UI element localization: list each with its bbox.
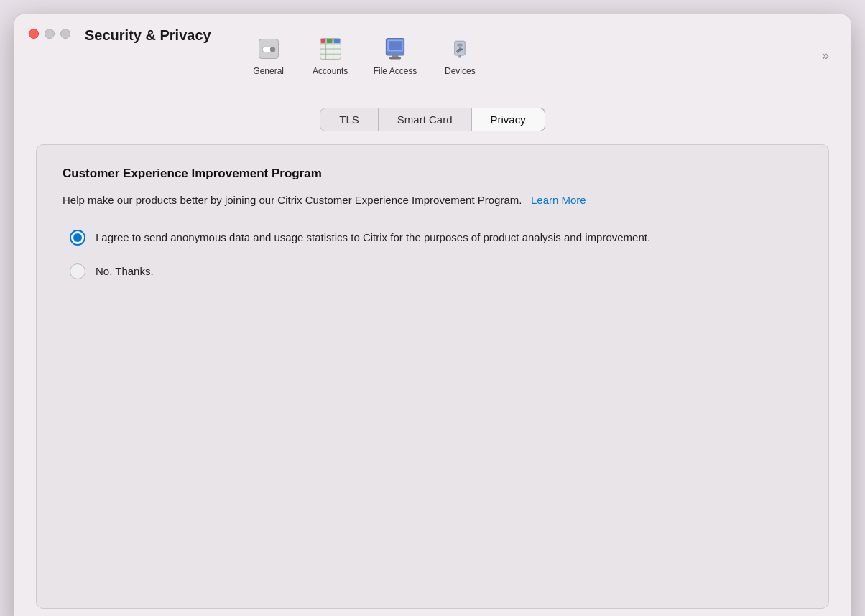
svg-rect-15 <box>392 55 399 57</box>
svg-point-2 <box>269 47 274 52</box>
toolbar-accounts-label: Accounts <box>313 66 348 76</box>
toolbar-expand-icon[interactable]: » <box>815 48 836 63</box>
toolbar-general-label: General <box>253 66 284 76</box>
panel-title: Customer Experience Improvement Program <box>63 167 802 181</box>
svg-rect-10 <box>326 39 332 42</box>
toolbar: General <box>240 30 815 82</box>
learn-more-link[interactable]: Learn More <box>531 194 586 206</box>
radio-no-thanks-indicator <box>70 263 85 279</box>
accounts-icon <box>316 34 345 63</box>
app-window: Security & Privacy General <box>14 14 851 616</box>
file-access-icon <box>381 34 410 63</box>
toolbar-file-access-label: File Access <box>374 66 417 76</box>
description-text: Help make our products better by joining… <box>63 194 522 206</box>
toolbar-item-devices[interactable]: Devices <box>431 30 489 82</box>
svg-rect-18 <box>458 43 463 46</box>
toolbar-item-accounts[interactable]: Accounts <box>302 30 359 82</box>
radio-no-thanks-label: No, Thanks. <box>96 263 154 280</box>
window-title: Security & Privacy <box>85 27 211 44</box>
toolbar-item-general[interactable]: General <box>240 30 297 82</box>
toolbar-item-file-access[interactable]: File Access <box>364 30 427 82</box>
titlebar: Security & Privacy General <box>14 14 851 93</box>
svg-rect-19 <box>459 55 462 58</box>
privacy-panel: Customer Experience Improvement Program … <box>36 144 829 609</box>
svg-rect-14 <box>389 41 402 50</box>
minimize-button[interactable] <box>45 29 55 39</box>
traffic-lights <box>29 29 70 39</box>
content-area: TLS Smart Card Privacy Customer Experien… <box>14 93 851 616</box>
radio-agree-indicator <box>70 230 85 246</box>
svg-point-23 <box>461 48 463 50</box>
radio-no-thanks[interactable]: No, Thanks. <box>70 263 802 280</box>
tab-smart-card[interactable]: Smart Card <box>379 108 472 131</box>
close-button[interactable] <box>29 29 39 39</box>
radio-agree-label: I agree to send anonymous data and usage… <box>96 229 650 246</box>
maximize-button[interactable] <box>60 29 70 39</box>
tab-privacy[interactable]: Privacy <box>472 108 545 131</box>
svg-rect-16 <box>389 57 401 59</box>
svg-rect-11 <box>333 39 340 42</box>
radio-group: I agree to send anonymous data and usage… <box>63 229 802 280</box>
radio-agree[interactable]: I agree to send anonymous data and usage… <box>70 229 802 246</box>
tab-bar: TLS Smart Card Privacy <box>320 108 545 131</box>
svg-rect-9 <box>320 39 325 42</box>
devices-icon <box>445 34 474 63</box>
general-icon <box>254 34 283 63</box>
toolbar-devices-label: Devices <box>445 66 476 76</box>
tab-tls[interactable]: TLS <box>320 108 379 131</box>
panel-description: Help make our products better by joining… <box>63 192 802 209</box>
